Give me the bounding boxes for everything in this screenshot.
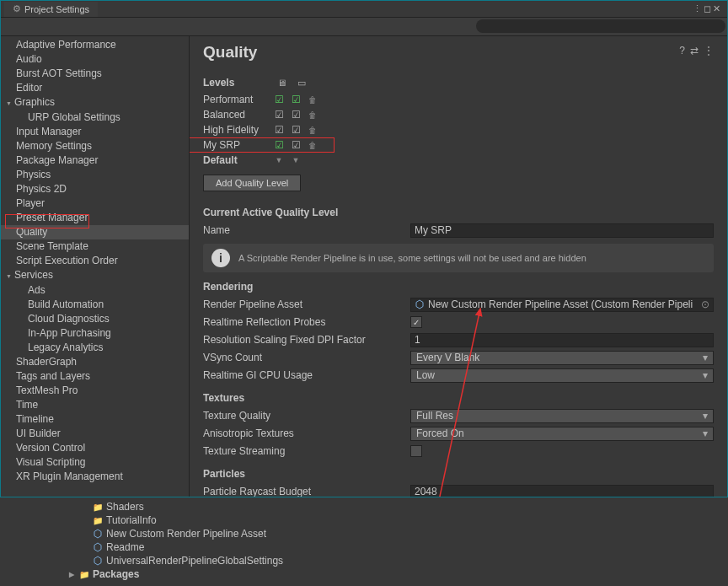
chevron-down-icon[interactable]: ▼ (270, 156, 287, 164)
particle-budget-input[interactable] (410, 485, 714, 497)
project-item[interactable]: 📁Shaders (64, 500, 654, 513)
search-input[interactable] (476, 19, 725, 33)
texture-quality-label: Texture Quality (203, 410, 410, 422)
active-level-title: Current Active Quality Level (203, 207, 714, 218)
textures-title: Textures (203, 392, 714, 404)
vsync-dropdown[interactable]: Every V Blank (410, 351, 714, 365)
expand-arrow-icon[interactable]: ▶ (69, 571, 74, 578)
item-label: New Custom Render Pipeline Asset (106, 528, 266, 540)
add-quality-button[interactable]: Add Quality Level (203, 175, 301, 191)
aniso-dropdown[interactable]: Forced On (410, 427, 714, 441)
trash-icon[interactable]: 🗑 (304, 126, 321, 135)
name-input[interactable] (410, 223, 714, 238)
sidebar-item-player[interactable]: Player (1, 196, 189, 211)
item-label: Readme (106, 541, 144, 553)
sidebar-item-build-automation[interactable]: Build Automation (1, 298, 189, 312)
dpi-input[interactable] (410, 333, 714, 347)
maximize-icon[interactable]: ◻ (704, 3, 711, 14)
sidebar-item-cloud-diagnostics[interactable]: Cloud Diagnostics (1, 312, 189, 326)
item-label: Shaders (106, 501, 144, 513)
sidebar-item-urp-global-settings[interactable]: URP Global Settings (1, 110, 189, 125)
project-item[interactable]: ▶📁Packages (64, 567, 654, 581)
levels-title: Levels (203, 77, 270, 89)
folder-icon: 📁 (93, 516, 103, 525)
levels-table: Performant ☑ ☑ 🗑Balanced ☑ ☑ 🗑High Fidel… (203, 92, 714, 168)
folder-icon: 📁 (93, 503, 103, 512)
sidebar-item-ui-builder[interactable]: UI Builder (1, 427, 189, 441)
sidebar-item-editor[interactable]: Editor (1, 81, 189, 95)
sidebar-item-audio[interactable]: Audio (1, 52, 189, 67)
texture-quality-dropdown[interactable]: Full Res (410, 409, 714, 423)
checkbox-icon[interactable]: ☑ (270, 124, 287, 136)
sidebar-item-in-app-purchasing[interactable]: In-App Purchasing (1, 326, 189, 341)
close-icon[interactable]: ✕ (713, 3, 720, 14)
project-item[interactable]: New Custom Render Pipeline Asset (64, 527, 654, 540)
sidebar-item-textmesh-pro[interactable]: TextMesh Pro (1, 384, 189, 398)
searchbar (1, 18, 727, 36)
project-item[interactable]: Readme (64, 540, 654, 554)
sidebar: Adaptive PerformanceAudioBurst AOT Setti… (1, 36, 190, 497)
name-label: Name (203, 224, 410, 236)
preset-icon[interactable]: ⇄ (690, 45, 699, 56)
help-icon[interactable]: ? (679, 45, 685, 56)
gi-dropdown[interactable]: Low (410, 368, 714, 383)
sidebar-item-script-execution-order[interactable]: Script Execution Order (1, 254, 189, 268)
quality-level-row[interactable]: Balanced ☑ ☑ 🗑 (203, 107, 714, 122)
menu-dots-icon[interactable]: ⋮ (693, 3, 702, 14)
sidebar-item-time[interactable]: Time (1, 398, 189, 412)
item-label: Packages (93, 568, 139, 580)
sidebar-item-version-control[interactable]: Version Control (1, 441, 189, 455)
sidebar-item-scene-template[interactable]: Scene Template (1, 239, 189, 254)
sidebar-item-legacy-analytics[interactable]: Legacy Analytics (1, 341, 189, 355)
sidebar-item-tags-and-layers[interactable]: Tags and Layers (1, 369, 189, 384)
asset-icon (93, 556, 103, 566)
sidebar-item-adaptive-performance[interactable]: Adaptive Performance (1, 38, 189, 52)
highlight-box-my-srp (190, 137, 335, 153)
sidebar-item-xr-plugin-management[interactable]: XR Plugin Management (1, 470, 189, 484)
checkbox-icon[interactable]: ☑ (287, 109, 304, 121)
level-name: Balanced (203, 109, 270, 121)
streaming-label: Texture Streaming (203, 445, 410, 457)
checkbox-icon[interactable]: ☑ (287, 94, 304, 105)
refl-probes-checkbox[interactable]: ✓ (410, 316, 422, 328)
sidebar-item-timeline[interactable]: Timeline (1, 412, 189, 427)
sidebar-item-graphics[interactable]: Graphics (1, 95, 189, 110)
checkbox-icon[interactable]: ☑ (270, 94, 287, 105)
gi-label: Realtime GI CPU Usage (203, 369, 410, 381)
sidebar-item-services[interactable]: Services (1, 268, 189, 283)
streaming-checkbox[interactable] (410, 445, 422, 457)
trash-icon[interactable]: 🗑 (304, 110, 321, 120)
gear-icon: ⚙ (13, 3, 21, 14)
sidebar-item-ads[interactable]: Ads (1, 283, 189, 298)
refl-probes-label: Realtime Reflection Probes (203, 316, 410, 328)
trash-icon[interactable]: 🗑 (304, 95, 321, 105)
vsync-label: VSync Count (203, 352, 410, 363)
project-item[interactable]: 📁TutorialInfo (64, 513, 654, 527)
object-picker-icon[interactable]: ⊙ (701, 298, 709, 310)
sidebar-item-burst-aot-settings[interactable]: Burst AOT Settings (1, 67, 189, 81)
sidebar-item-physics[interactable]: Physics (1, 168, 189, 182)
quality-level-row[interactable]: High Fidelity ☑ ☑ 🗑 (203, 122, 714, 137)
render-pipeline-field[interactable]: New Custom Render Pipeline Asset (Custom… (410, 298, 714, 312)
checkbox-icon[interactable]: ☑ (287, 124, 304, 136)
window-tab[interactable]: ⚙ Project Settings (4, 2, 98, 17)
sidebar-item-memory-settings[interactable]: Memory Settings (1, 139, 189, 153)
quality-level-row[interactable]: Performant ☑ ☑ 🗑 (203, 92, 714, 107)
context-menu-icon[interactable]: ⋮ (704, 45, 714, 56)
sidebar-item-physics-2d[interactable]: Physics 2D (1, 182, 189, 196)
checkbox-icon[interactable]: ☑ (270, 109, 287, 121)
dpi-label: Resolution Scaling Fixed DPI Factor (203, 334, 410, 346)
titlebar: ⚙ Project Settings ⋮ ◻ ✕ (1, 1, 727, 18)
sidebar-item-shadergraph[interactable]: ShaderGraph (1, 355, 189, 369)
project-item[interactable]: UniversalRenderPipelineGlobalSettings (64, 554, 654, 567)
sidebar-item-visual-scripting[interactable]: Visual Scripting (1, 455, 189, 470)
asset-icon (93, 542, 103, 552)
sidebar-item-input-manager[interactable]: Input Manager (1, 125, 189, 139)
info-banner: i A Scriptable Render Pipeline is in use… (203, 244, 714, 272)
page-title: Quality (203, 43, 714, 62)
chevron-down-icon[interactable]: ▼ (287, 156, 304, 164)
item-label: TutorialInfo (106, 514, 157, 526)
sidebar-item-package-manager[interactable]: Package Manager (1, 153, 189, 168)
default-row[interactable]: Default ▼ ▼ (203, 153, 714, 168)
level-name: Performant (203, 94, 270, 105)
